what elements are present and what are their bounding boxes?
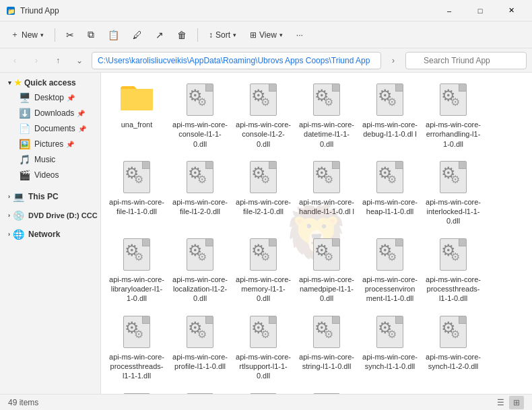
- gears-icon: ⚙⚙: [441, 165, 456, 181]
- sidebar-item-desktop[interactable]: 🖥️ Desktop 📌: [3, 90, 98, 105]
- file-item[interactable]: ⚙⚙ api-ms-win-core-libraryloader-l1-1-0.…: [106, 233, 167, 308]
- navigate-button[interactable]: ›: [384, 51, 403, 70]
- new-button[interactable]: ＋ New ▾: [5, 26, 49, 43]
- network-icon: 🌐: [13, 229, 24, 240]
- file-item[interactable]: ⚙⚙ api-ms-win-core-console-l1-1-0.dll: [170, 78, 230, 153]
- share-button[interactable]: ↗: [150, 27, 169, 43]
- gears-icon: ⚙⚙: [125, 242, 139, 259]
- minimize-button[interactable]: –: [434, 0, 465, 22]
- copy-button[interactable]: ⧉: [82, 26, 100, 43]
- view-button[interactable]: ⊞ View ▾: [244, 28, 288, 42]
- icon-view-button[interactable]: ⊞: [509, 396, 524, 409]
- file-item[interactable]: ⚙⚙ api-ms-win-core-timezone-l1-1-0: [170, 388, 230, 394]
- gears-icon: ⚙⚙: [314, 320, 329, 336]
- file-item[interactable]: ⚙⚙ api-ms-win-core-synch-l1-1-0.dll: [360, 310, 420, 385]
- sidebar-item-videos[interactable]: 🎬 Videos: [3, 168, 98, 182]
- file-item[interactable]: ⚙⚙ api-ms-win-core-processthreads-l1-1-0…: [423, 233, 484, 308]
- dll-icon: ⚙⚙: [184, 160, 216, 195]
- sidebar-item-music[interactable]: 🎵 Music: [3, 152, 98, 167]
- pin-icon-2: 📌: [77, 110, 85, 117]
- close-button[interactable]: ✕: [496, 0, 527, 22]
- file-item[interactable]: ⚙⚙ api-ms-win-core-string-l1-1-0.dll: [296, 310, 357, 385]
- up-button[interactable]: ↑: [48, 51, 67, 70]
- dll-icon: ⚙⚙: [374, 314, 406, 349]
- address-input[interactable]: [92, 52, 381, 69]
- dll-icon: ⚙⚙: [247, 392, 279, 394]
- dll-icon: ⚙⚙: [310, 160, 343, 195]
- file-item[interactable]: ⚙⚙ api-ms-win-core-errorhandling-l1-1-0.…: [423, 78, 484, 153]
- forward-button[interactable]: ›: [27, 51, 46, 70]
- file-item[interactable]: ⚙⚙ api-ms-win-core-localization-l1-2-0.d…: [170, 233, 230, 308]
- this-pc-icon: 💻: [13, 191, 24, 202]
- dvd-drive-header[interactable]: › 💿 DVD Drive (D:) CCCC: [3, 208, 98, 223]
- gears-icon: ⚙⚙: [378, 320, 393, 336]
- file-item[interactable]: ⚙⚙ api-ms-win-core-interlocked-l1-1-0.dl…: [423, 156, 484, 230]
- dll-icon: ⚙⚙: [247, 237, 279, 272]
- gears-icon: ⚙⚙: [251, 242, 266, 259]
- main-area: ▾ ★ Quick access 🖥️ Desktop 📌 ⬇️ Downloa…: [0, 73, 532, 394]
- file-name: api-ms-win-core-synch-l1-1-0.dll: [362, 352, 418, 372]
- sidebar-item-documents[interactable]: 📄 Documents 📌: [3, 121, 98, 136]
- gears-icon: ⚙⚙: [378, 88, 393, 104]
- videos-icon: 🎬: [19, 170, 30, 180]
- dll-icon: ⚙⚙: [184, 392, 216, 394]
- file-item[interactable]: ⚙⚙ api-ms-win-core-handle-l1-1-0.dl l: [296, 156, 357, 230]
- file-name: api-ms-win-core-string-l1-1-0.dll: [299, 352, 354, 372]
- sidebar-item-pictures[interactable]: 🖼️ Pictures 📌: [3, 137, 98, 151]
- dvd-icon: 💿: [13, 210, 24, 221]
- gears-icon: ⚙⚙: [441, 242, 456, 259]
- dll-icon: ⚙⚙: [437, 82, 469, 117]
- dll-icon: ⚙⚙: [310, 237, 343, 272]
- file-item[interactable]: ⚙⚙ api-ms-win-core-heap-l1-1-0.dll: [360, 156, 420, 230]
- file-item[interactable]: ⚙⚙ api-ms-win-crt-conio-l1-1-0.dll: [296, 388, 357, 394]
- file-name: api-ms-win-core-datetime-l1-1-0.dll: [299, 120, 354, 149]
- quick-access-header[interactable]: ▾ ★ Quick access: [3, 76, 98, 90]
- file-item[interactable]: ⚙⚙ api-ms-win-core-util-l1-1-0.dll: [233, 388, 294, 394]
- network-header[interactable]: › 🌐 Network: [3, 227, 98, 242]
- svg-text:📁: 📁: [7, 7, 15, 15]
- view-icon: ⊞: [250, 30, 257, 40]
- file-name: una_front: [121, 120, 152, 129]
- paste-button[interactable]: 📋: [102, 27, 125, 43]
- file-item[interactable]: ⚙⚙ api-ms-win-core-file-l2-1-0.dll: [233, 156, 294, 230]
- file-item[interactable]: ⚙⚙ api-ms-win-core-profile-l1-1-0.dll: [170, 310, 230, 385]
- file-item[interactable]: ⚙⚙ api-ms-win-core-namedpipe-l1-1-0.dll: [296, 233, 357, 308]
- file-item[interactable]: ⚙⚙ api-ms-win-core-memory-l1-1-0.dll: [233, 233, 294, 308]
- back-button[interactable]: ‹: [5, 51, 24, 70]
- file-item[interactable]: ⚙⚙ api-ms-win-core-sysinfo-l1-1-0.dl l: [106, 388, 167, 394]
- toolbar: ＋ New ▾ ✂ ⧉ 📋 🖊 ↗ 🗑 ↕ Sort ▾ ⊞ View ▾ ··…: [0, 22, 532, 48]
- this-pc-header[interactable]: › 💻 This PC: [3, 189, 98, 204]
- delete-button[interactable]: 🗑: [172, 27, 192, 43]
- file-item[interactable]: ⚙⚙ api-ms-win-core-file-l1-1-0.dll: [106, 156, 167, 230]
- sidebar: ▾ ★ Quick access 🖥️ Desktop 📌 ⬇️ Downloa…: [0, 73, 101, 394]
- gears-icon: ⚙⚙: [251, 88, 266, 104]
- file-item[interactable]: ⚙⚙ api-ms-win-core-file-l1-2-0.dll: [170, 156, 230, 230]
- file-name: api-ms-win-core-rtlsupport-l1-1-0.dll: [236, 352, 291, 381]
- file-name: api-ms-win-core-heap-l1-1-0.dll: [362, 197, 418, 217]
- file-item[interactable]: ⚙⚙ api-ms-win-core-debug-l1-1-0.dl l: [360, 78, 420, 153]
- dll-icon: ⚙⚙: [310, 314, 343, 349]
- file-item[interactable]: ⚙⚙ api-ms-win-core-synch-l1-2-0.dll: [423, 310, 484, 385]
- file-name: api-ms-win-core-memory-l1-1-0.dll: [236, 275, 291, 304]
- details-view-button[interactable]: ☰: [493, 396, 508, 409]
- file-item[interactable]: ⚙⚙ api-ms-win-core-datetime-l1-1-0.dll: [296, 78, 357, 153]
- gears-icon: ⚙⚙: [125, 165, 139, 181]
- more-button[interactable]: ···: [291, 28, 308, 42]
- recent-button[interactable]: ⌄: [70, 51, 89, 70]
- gears-icon: ⚙⚙: [188, 88, 203, 104]
- cut-button[interactable]: ✂: [61, 27, 79, 43]
- pin-icon-3: 📌: [78, 125, 86, 133]
- sidebar-item-downloads[interactable]: ⬇️ Downloads 📌: [3, 106, 98, 121]
- rename-button[interactable]: 🖊: [127, 27, 147, 43]
- search-input[interactable]: [405, 52, 527, 69]
- file-item[interactable]: ⚙⚙ api-ms-win-core-rtlsupport-l1-1-0.dll: [233, 310, 294, 385]
- file-item[interactable]: ⚙⚙ api-ms-win-core-console-l1-2-0.dll: [233, 78, 294, 153]
- dll-icon: ⚙⚙: [121, 392, 153, 394]
- file-item[interactable]: ⚙⚙ api-ms-win-core-processenvironment-l1…: [360, 233, 420, 308]
- dll-icon: ⚙⚙: [437, 314, 469, 349]
- file-item[interactable]: ⚙⚙ api-ms-win-core-processthreads-l1-1-1…: [106, 310, 167, 385]
- file-item[interactable]: una_front: [106, 78, 167, 153]
- maximize-button[interactable]: □: [465, 0, 496, 22]
- sort-button[interactable]: ↕ Sort ▾: [203, 28, 242, 42]
- dll-icon: ⚙⚙: [374, 82, 406, 117]
